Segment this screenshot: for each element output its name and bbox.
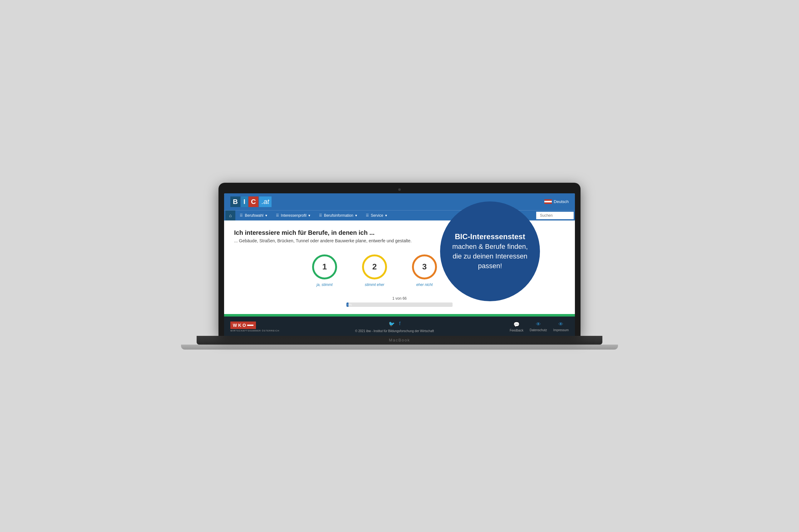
impressum-link[interactable]: 👁 Impressum	[553, 322, 569, 332]
logo-c: C	[249, 196, 258, 207]
nav-interessenprofil-arrow: ▾	[308, 213, 310, 218]
nav-interessenprofil-label: Interessenprofil	[281, 213, 307, 218]
social-icons: 🐦 f	[388, 321, 400, 327]
option-label-2: stimmt eher	[365, 283, 384, 287]
nav-berufswahl-icon: ☰	[240, 213, 243, 217]
datenschutz-label[interactable]: Datenschutz	[530, 328, 547, 332]
wko-logo: W K O WIRTSCHAFTSKAMMER ÖSTERREICH	[230, 322, 279, 332]
twitter-icon[interactable]: 🐦	[388, 321, 395, 327]
progress-bar-label: 0%	[348, 303, 352, 307]
logo-at: .at	[259, 196, 272, 207]
wko-flag	[247, 323, 253, 327]
datenschutz-link[interactable]: 👁 Datenschutz	[530, 322, 547, 332]
option-label-1: ja, stimmt	[316, 283, 332, 287]
nav-berufsinformation-label: Berufsinformation	[324, 213, 353, 218]
facebook-icon[interactable]: f	[399, 321, 400, 327]
badge-title: BIC-Interessenstest	[455, 232, 525, 241]
badge-circle[interactable]: BIC-Interessenstest machen & Berufe find…	[440, 202, 540, 301]
nav-interessenprofil-icon: ☰	[276, 213, 279, 217]
search-input[interactable]	[536, 212, 574, 219]
green-separator	[224, 314, 575, 317]
laptop-frame: BIC-Interessenstest machen & Berufe find…	[197, 183, 602, 349]
nav-berufswahl-label: Berufswahl	[245, 213, 263, 218]
wko-label: W K O	[233, 323, 246, 328]
nav-berufswahl[interactable]: ☰ Berufswahl ▾	[235, 211, 271, 220]
option-circle-1[interactable]: 1	[312, 254, 337, 280]
nav-service[interactable]: ☰ Service ▾	[361, 211, 392, 220]
bic-logo[interactable]: B I C .at	[230, 196, 272, 207]
laptop-bottom-bar: MacBook	[197, 336, 602, 345]
laptop-brand-label: MacBook	[389, 338, 410, 342]
nav-berufsinformation-icon: ☰	[319, 213, 322, 217]
badge-body: machen & Berufe finden, die zu deinen In…	[452, 243, 528, 270]
footer-links: 💬 Feedback 👁 Datenschutz 👁 Impressum	[510, 322, 569, 332]
option-2[interactable]: 2 stimmt eher	[362, 254, 387, 287]
progress-section: 1 von 66 0%	[234, 296, 565, 307]
nav-berufsinformation-arrow: ▾	[355, 213, 357, 218]
option-circle-2[interactable]: 2	[362, 254, 387, 280]
progress-text: 1 von 66	[234, 296, 565, 301]
footer-center: 🐦 f © 2021 ibw - Institut für Bildungsfo…	[355, 321, 434, 333]
nav-service-arrow: ▾	[385, 213, 387, 218]
language-selector[interactable]: Deutsch	[544, 199, 569, 204]
option-circle-3[interactable]: 3	[412, 254, 437, 280]
feedback-label[interactable]: Feedback	[510, 329, 523, 332]
nav-home-button[interactable]: ⌂	[225, 210, 235, 221]
option-label-3: eher nicht	[416, 283, 433, 287]
impressum-label[interactable]: Impressum	[553, 328, 569, 332]
nav-service-label: Service	[371, 213, 383, 218]
logo-i: I	[241, 196, 248, 207]
feedback-link[interactable]: 💬 Feedback	[510, 322, 523, 332]
wko-badge: W K O	[230, 322, 256, 329]
logo-b: B	[230, 196, 240, 207]
nav-berufsinformation[interactable]: ☰ Berufsinformation ▾	[314, 211, 361, 220]
laptop-base	[181, 345, 618, 349]
option-3[interactable]: 3 eher nicht	[412, 254, 437, 287]
site-header: B I C .at Deutsch	[224, 193, 575, 210]
footer-icon-row: 💬 Feedback 👁 Datenschutz 👁 Impressum	[510, 322, 569, 332]
site-footer: W K O WIRTSCHAFTSKAMMER ÖSTERREICH 🐦 f	[224, 317, 575, 336]
progress-bar: 0%	[346, 303, 453, 307]
nav-interessenprofil[interactable]: ☰ Interessenprofil ▾	[272, 211, 314, 220]
footer-copyright: © 2021 ibw - Institut für Bildungsforsch…	[355, 329, 434, 333]
nav-berufswahl-arrow: ▾	[265, 213, 267, 218]
wko-sub: WIRTSCHAFTSKAMMER ÖSTERREICH	[230, 329, 279, 332]
flag-austria	[544, 199, 552, 204]
nav-service-icon: ☰	[366, 213, 369, 217]
lang-label: Deutsch	[554, 199, 569, 204]
camera	[398, 188, 401, 191]
option-1[interactable]: 1 ja, stimmt	[312, 254, 337, 287]
impressum-icon: 👁	[558, 322, 563, 327]
feedback-icon: 💬	[513, 322, 520, 327]
datenschutz-icon: 👁	[536, 322, 541, 327]
